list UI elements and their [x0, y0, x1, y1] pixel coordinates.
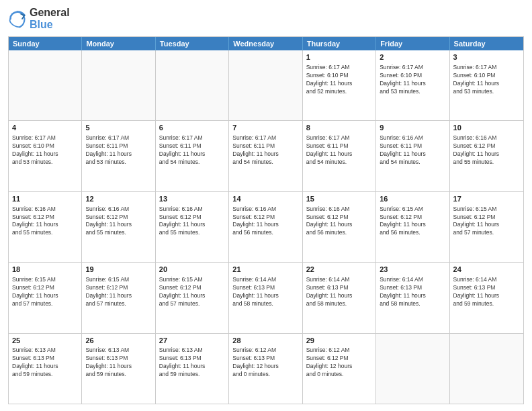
- day-number: 5: [85, 123, 151, 133]
- day-info: Sunrise: 6:15 AM Sunset: 6:12 PM Dayligh…: [85, 276, 151, 308]
- header-day-thursday: Thursday: [303, 37, 376, 50]
- day-number: 24: [453, 265, 520, 275]
- day-number: 4: [12, 123, 78, 133]
- calendar-cell: 20Sunrise: 6:15 AM Sunset: 6:12 PM Dayli…: [156, 263, 229, 332]
- day-info: Sunrise: 6:17 AM Sunset: 6:11 PM Dayligh…: [306, 134, 372, 167]
- week-row-4: 18Sunrise: 6:15 AM Sunset: 6:12 PM Dayli…: [9, 262, 523, 332]
- calendar-cell: 9Sunrise: 6:16 AM Sunset: 6:11 PM Daylig…: [376, 121, 449, 191]
- day-number: 16: [380, 194, 445, 204]
- calendar-cell: 7Sunrise: 6:17 AM Sunset: 6:11 PM Daylig…: [229, 121, 302, 191]
- day-info: Sunrise: 6:17 AM Sunset: 6:10 PM Dayligh…: [380, 64, 445, 96]
- day-info: Sunrise: 6:15 AM Sunset: 6:12 PM Dayligh…: [159, 276, 225, 308]
- day-info: Sunrise: 6:12 AM Sunset: 6:13 PM Dayligh…: [232, 347, 298, 379]
- day-info: Sunrise: 6:16 AM Sunset: 6:12 PM Dayligh…: [159, 205, 225, 238]
- day-number: 18: [12, 265, 78, 275]
- day-info: Sunrise: 6:16 AM Sunset: 6:12 PM Dayligh…: [232, 205, 298, 238]
- calendar-cell: 16Sunrise: 6:15 AM Sunset: 6:12 PM Dayli…: [376, 192, 449, 262]
- day-info: Sunrise: 6:16 AM Sunset: 6:12 PM Dayligh…: [85, 205, 151, 238]
- day-number: 13: [159, 194, 225, 204]
- day-info: Sunrise: 6:15 AM Sunset: 6:12 PM Dayligh…: [12, 276, 78, 308]
- day-info: Sunrise: 6:14 AM Sunset: 6:13 PM Dayligh…: [306, 276, 372, 308]
- day-info: Sunrise: 6:13 AM Sunset: 6:13 PM Dayligh…: [159, 347, 225, 379]
- week-row-3: 11Sunrise: 6:16 AM Sunset: 6:12 PM Dayli…: [9, 191, 523, 262]
- calendar-cell: 17Sunrise: 6:15 AM Sunset: 6:12 PM Dayli…: [450, 192, 523, 262]
- day-info: Sunrise: 6:16 AM Sunset: 6:12 PM Dayligh…: [453, 134, 520, 167]
- calendar-cell: 26Sunrise: 6:13 AM Sunset: 6:13 PM Dayli…: [82, 334, 155, 404]
- day-number: 3: [453, 52, 520, 62]
- day-number: 20: [159, 265, 225, 275]
- calendar-cell: 23Sunrise: 6:14 AM Sunset: 6:13 PM Dayli…: [376, 263, 449, 332]
- day-number: 2: [380, 52, 445, 62]
- calendar-cell: 8Sunrise: 6:17 AM Sunset: 6:11 PM Daylig…: [303, 121, 376, 191]
- calendar-cell: [9, 50, 82, 120]
- calendar-cell: 14Sunrise: 6:16 AM Sunset: 6:12 PM Dayli…: [229, 192, 302, 262]
- logo-icon: [8, 9, 27, 28]
- calendar-cell: 22Sunrise: 6:14 AM Sunset: 6:13 PM Dayli…: [303, 263, 376, 332]
- calendar-cell: 15Sunrise: 6:16 AM Sunset: 6:12 PM Dayli…: [303, 192, 376, 262]
- calendar-header: SundayMondayTuesdayWednesdayThursdayFrid…: [9, 37, 523, 50]
- header: General Blue: [8, 7, 524, 31]
- day-info: Sunrise: 6:13 AM Sunset: 6:13 PM Dayligh…: [85, 347, 151, 379]
- calendar-cell: 24Sunrise: 6:14 AM Sunset: 6:13 PM Dayli…: [450, 263, 523, 332]
- week-row-1: 1Sunrise: 6:17 AM Sunset: 6:10 PM Daylig…: [9, 50, 523, 120]
- day-number: 7: [232, 123, 298, 133]
- day-info: Sunrise: 6:12 AM Sunset: 6:12 PM Dayligh…: [306, 347, 372, 379]
- day-info: Sunrise: 6:14 AM Sunset: 6:13 PM Dayligh…: [453, 276, 520, 308]
- day-number: 29: [306, 336, 372, 346]
- calendar-cell: 19Sunrise: 6:15 AM Sunset: 6:12 PM Dayli…: [82, 263, 155, 332]
- calendar-cell: 11Sunrise: 6:16 AM Sunset: 6:12 PM Dayli…: [9, 192, 82, 262]
- calendar-cell: 25Sunrise: 6:13 AM Sunset: 6:13 PM Dayli…: [9, 334, 82, 404]
- day-number: 14: [232, 194, 298, 204]
- day-number: 8: [306, 123, 372, 133]
- day-info: Sunrise: 6:16 AM Sunset: 6:11 PM Dayligh…: [380, 134, 445, 167]
- day-number: 11: [12, 194, 78, 204]
- calendar-cell: 12Sunrise: 6:16 AM Sunset: 6:12 PM Dayli…: [82, 192, 155, 262]
- calendar-cell: 29Sunrise: 6:12 AM Sunset: 6:12 PM Dayli…: [303, 334, 376, 404]
- day-number: 15: [306, 194, 372, 204]
- header-day-friday: Friday: [376, 37, 449, 50]
- day-info: Sunrise: 6:15 AM Sunset: 6:12 PM Dayligh…: [380, 205, 445, 238]
- day-number: 21: [232, 265, 298, 275]
- calendar-cell: 21Sunrise: 6:14 AM Sunset: 6:13 PM Dayli…: [229, 263, 302, 332]
- calendar-cell: 18Sunrise: 6:15 AM Sunset: 6:12 PM Dayli…: [9, 263, 82, 332]
- calendar-body: 1Sunrise: 6:17 AM Sunset: 6:10 PM Daylig…: [9, 50, 523, 404]
- week-row-2: 4Sunrise: 6:17 AM Sunset: 6:10 PM Daylig…: [9, 120, 523, 191]
- day-info: Sunrise: 6:13 AM Sunset: 6:13 PM Dayligh…: [12, 347, 78, 379]
- calendar-cell: 6Sunrise: 6:17 AM Sunset: 6:11 PM Daylig…: [156, 121, 229, 191]
- day-number: 25: [12, 336, 78, 346]
- header-day-tuesday: Tuesday: [156, 37, 229, 50]
- header-day-sunday: Sunday: [9, 37, 82, 50]
- header-day-saturday: Saturday: [450, 37, 523, 50]
- day-info: Sunrise: 6:17 AM Sunset: 6:11 PM Dayligh…: [85, 134, 151, 167]
- calendar-cell: [376, 334, 449, 404]
- calendar-cell: 4Sunrise: 6:17 AM Sunset: 6:10 PM Daylig…: [9, 121, 82, 191]
- page: General Blue SundayMondayTuesdayWednesda…: [0, 0, 532, 411]
- day-info: Sunrise: 6:17 AM Sunset: 6:11 PM Dayligh…: [159, 134, 225, 167]
- header-day-wednesday: Wednesday: [229, 37, 302, 50]
- day-info: Sunrise: 6:15 AM Sunset: 6:12 PM Dayligh…: [453, 205, 520, 238]
- calendar-cell: [156, 50, 229, 120]
- day-info: Sunrise: 6:17 AM Sunset: 6:11 PM Dayligh…: [232, 134, 298, 167]
- day-number: 28: [232, 336, 298, 346]
- calendar-cell: [229, 50, 302, 120]
- day-info: Sunrise: 6:14 AM Sunset: 6:13 PM Dayligh…: [380, 276, 445, 308]
- logo: General Blue: [8, 7, 70, 31]
- calendar-cell: 3Sunrise: 6:17 AM Sunset: 6:10 PM Daylig…: [450, 50, 523, 120]
- calendar-cell: 13Sunrise: 6:16 AM Sunset: 6:12 PM Dayli…: [156, 192, 229, 262]
- day-number: 22: [306, 265, 372, 275]
- calendar-cell: 2Sunrise: 6:17 AM Sunset: 6:10 PM Daylig…: [376, 50, 449, 120]
- day-number: 6: [159, 123, 225, 133]
- calendar-cell: 1Sunrise: 6:17 AM Sunset: 6:10 PM Daylig…: [303, 50, 376, 120]
- day-number: 1: [306, 52, 372, 62]
- calendar-cell: 10Sunrise: 6:16 AM Sunset: 6:12 PM Dayli…: [450, 121, 523, 191]
- day-info: Sunrise: 6:16 AM Sunset: 6:12 PM Dayligh…: [306, 205, 372, 238]
- calendar-cell: 28Sunrise: 6:12 AM Sunset: 6:13 PM Dayli…: [229, 334, 302, 404]
- day-number: 9: [380, 123, 445, 133]
- day-info: Sunrise: 6:17 AM Sunset: 6:10 PM Dayligh…: [12, 134, 78, 167]
- day-number: 27: [159, 336, 225, 346]
- calendar-cell: [450, 334, 523, 404]
- day-number: 12: [85, 194, 151, 204]
- week-row-5: 25Sunrise: 6:13 AM Sunset: 6:13 PM Dayli…: [9, 333, 523, 404]
- day-info: Sunrise: 6:17 AM Sunset: 6:10 PM Dayligh…: [306, 64, 372, 96]
- calendar-cell: 27Sunrise: 6:13 AM Sunset: 6:13 PM Dayli…: [156, 334, 229, 404]
